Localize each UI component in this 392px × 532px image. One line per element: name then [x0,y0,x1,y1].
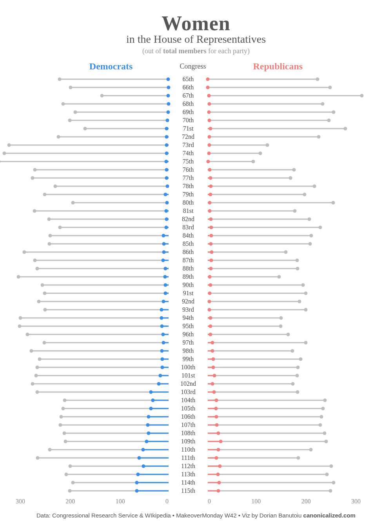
congress-label: 66th [169,84,208,91]
dem-side [16,182,169,190]
chart-row: 115th [16,487,376,495]
rep-women-dot [212,374,216,377]
rep-total-bar [208,268,298,269]
dem-total-bar [55,185,169,187]
dem-women-dot [166,184,169,188]
congress-label: 105th [169,405,208,412]
dem-total-bar [33,383,169,384]
chart-row: 66th [16,83,376,91]
rep-women-dot [210,225,213,229]
rep-total-bar [208,399,325,401]
congress-label: 90th [169,281,208,289]
rep-side [208,190,361,198]
chart-row: 98th [16,347,376,355]
dem-women-bar [138,474,169,475]
dem-total-bar [37,367,169,368]
dem-women-bar [149,432,169,434]
chart-row: 90th [16,281,376,289]
rep-women-dot [207,102,211,105]
rep-side [208,256,361,264]
congress-label: 108th [169,430,208,437]
rep-side [208,215,361,223]
dem-side [16,363,169,371]
chart-row: 106th [16,412,376,421]
dem-total-dot [43,192,47,196]
dem-women-dot [166,110,170,114]
chart-row: 86th [16,248,376,256]
dem-side [16,429,169,437]
rep-total-bar [208,103,323,104]
rep-total-dot [332,110,336,114]
congress-label: 100th [169,364,208,371]
dem-side [16,207,169,215]
rep-side [208,338,361,347]
rep-side [208,445,361,454]
rep-total-dot [284,250,287,254]
dem-women-dot [165,135,168,138]
dem-side [16,421,169,429]
dem-women-dot [164,209,168,212]
dem-total-bar [71,87,169,88]
rep-total-bar [208,243,310,244]
rep-women-dot [208,291,212,295]
dem-total-bar [63,103,169,104]
rep-side [208,487,361,495]
dem-total-dot [0,160,1,163]
congress-label: 115th [169,487,208,494]
rep-side [208,157,361,165]
chart-row: 110th [16,445,376,454]
dem-total-bar [85,128,169,129]
chart-row: 91st [16,289,376,297]
dem-women-dot [145,439,149,443]
dem-total-bar [45,194,169,195]
dem-total-bar [58,136,169,137]
congress-label: 83rd [169,224,208,231]
rep-side [208,470,361,478]
rep-total-bar [208,276,279,277]
dem-side [16,174,169,182]
dem-total-dot [71,201,74,204]
dem-side [16,355,169,363]
congress-label: 72nd [169,133,208,140]
axis-tick: 100 [116,498,125,505]
dem-total-dot [3,151,6,155]
rep-side [208,396,361,404]
rep-women-dot [209,283,212,287]
rep-total-bar [208,111,334,113]
title-caption: (out of total members for each party) [16,47,376,55]
rep-women-dot [207,160,210,163]
congress-label: 99th [169,356,208,363]
rep-total-dot [266,143,269,147]
rep-side [208,240,361,248]
congress-label: 69th [169,109,208,116]
chart-row: 76th [16,165,376,174]
congress-label: 80th [169,199,208,206]
dem-women-bar [137,482,169,483]
chart-row: 88th [16,264,376,272]
dem-women-dot [165,127,168,130]
congress-label: 68th [169,100,208,107]
rep-total-bar [208,416,321,417]
congress-label: 77th [169,174,208,182]
dem-total-dot [49,234,52,237]
dem-total-dot [68,118,71,122]
dem-side [16,240,169,248]
rep-women-dot [215,456,218,459]
rep-total-bar [208,367,298,368]
dem-total-bar [42,284,169,285]
rep-total-dot [319,423,322,427]
dem-side [16,371,169,379]
dem-total-bar [35,260,169,261]
rep-total-bar [208,144,267,145]
rep-side [208,100,361,108]
dem-side [16,83,169,91]
dem-side [16,396,169,404]
rep-total-dot [296,267,299,270]
dem-total-dot [16,275,20,278]
dem-total-dot [48,448,52,451]
congress-label: 101st [169,372,208,379]
dem-total-dot [58,225,62,229]
dem-women-dot [161,332,165,336]
rep-total-dot [328,85,332,89]
dem-side [16,412,169,421]
